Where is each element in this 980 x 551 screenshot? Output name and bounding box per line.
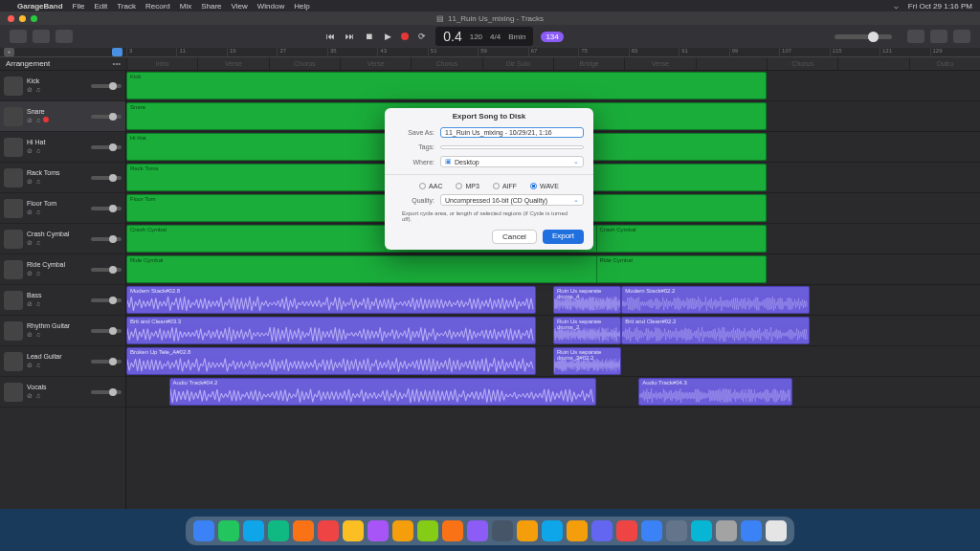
- arrangement-marker[interactable]: [696, 57, 767, 70]
- volume-slider[interactable]: [91, 84, 122, 88]
- dock-app[interactable]: [666, 520, 687, 541]
- arrangement-marker[interactable]: Gtr Solo: [482, 57, 553, 70]
- app-menu[interactable]: GarageBand: [17, 2, 63, 11]
- volume-slider[interactable]: [91, 329, 122, 333]
- track-header[interactable]: Snare ⊘♫: [0, 101, 125, 132]
- dock-app[interactable]: [741, 520, 762, 541]
- mute-button[interactable]: ⊘: [27, 270, 33, 277]
- quicklook-button[interactable]: [33, 30, 50, 43]
- track-lane[interactable]: Brit and Clean#03.3Ruin Us separate drum…: [126, 316, 980, 346]
- wifi-icon[interactable]: ⌵: [894, 2, 899, 11]
- volume-slider[interactable]: [91, 298, 122, 302]
- loops-button[interactable]: [930, 30, 947, 43]
- mute-button[interactable]: ⊘: [27, 331, 33, 339]
- stop-button[interactable]: ⏹: [363, 31, 374, 42]
- file-menu[interactable]: File: [73, 2, 85, 11]
- record-button[interactable]: [401, 33, 409, 40]
- close-button[interactable]: [8, 15, 14, 22]
- dock-app[interactable]: [716, 520, 737, 541]
- volume-slider[interactable]: [91, 360, 122, 364]
- where-select[interactable]: ▣Desktop⌄: [440, 156, 584, 167]
- track-header[interactable]: Bass ⊘♫: [0, 285, 125, 316]
- volume-slider[interactable]: [91, 145, 122, 149]
- library-button[interactable]: [10, 30, 27, 43]
- dock-app[interactable]: [193, 520, 214, 541]
- solo-button[interactable]: ♫: [35, 209, 40, 216]
- dock-app[interactable]: [641, 520, 662, 541]
- tags-input[interactable]: [440, 145, 584, 149]
- master-volume[interactable]: [835, 34, 892, 39]
- dock-app[interactable]: [691, 520, 712, 541]
- audio-region[interactable]: Ruin Us separate drums_3#02.2: [553, 347, 621, 375]
- playhead-catch[interactable]: [112, 48, 122, 56]
- midi-region[interactable]: Crash Cymbal: [596, 225, 767, 253]
- track-header[interactable]: Vocals ⊘♫: [0, 377, 125, 408]
- help-menu[interactable]: Help: [294, 2, 309, 11]
- track-lane[interactable]: Audio Track#04.2Audio Track#04.3: [126, 377, 980, 408]
- zoom-button[interactable]: [31, 15, 37, 22]
- track-header[interactable]: Hi Hat ⊘♫: [0, 132, 125, 163]
- midi-region[interactable]: Ride Cymbal: [596, 255, 767, 283]
- audio-region[interactable]: Modern Stack#02.8: [126, 286, 536, 314]
- record-enable[interactable]: [43, 117, 49, 122]
- dock-app[interactable]: [542, 520, 563, 541]
- arrangement-marker[interactable]: Chorus: [411, 57, 481, 70]
- dock-app[interactable]: [567, 520, 588, 541]
- audio-region[interactable]: Ruin Us separate drums_4: [553, 286, 621, 314]
- track-header[interactable]: Lead Guitar ⊘♫: [0, 346, 125, 377]
- volume-slider[interactable]: [91, 390, 122, 394]
- arrangement-marker[interactable]: Verse: [340, 57, 411, 70]
- timeline-ruler[interactable]: + 3111927354351596775839199107115121129: [0, 48, 980, 57]
- track-header[interactable]: Crash Cymbal ⊘♫: [0, 224, 125, 254]
- format-radio-mp3[interactable]: MP3: [456, 183, 479, 189]
- audio-region[interactable]: Brit and Clean#02.2: [621, 317, 809, 344]
- dock-app[interactable]: [293, 520, 314, 541]
- arrangement-marker[interactable]: Outro: [909, 57, 980, 70]
- format-radio-aac[interactable]: AAC: [419, 183, 442, 189]
- arrangement-marker[interactable]: Verse: [624, 57, 695, 70]
- audio-region[interactable]: Modern Stack#02.2: [621, 286, 809, 314]
- track-lane[interactable]: Modern Stack#02.8Ruin Us separate drums_…: [126, 285, 980, 316]
- arrangement-marker[interactable]: Bridge: [553, 57, 624, 70]
- mute-button[interactable]: ⊘: [27, 147, 33, 155]
- audio-region[interactable]: Ruin Us separate drums_2: [553, 317, 621, 344]
- mute-button[interactable]: ⊘: [27, 300, 33, 308]
- track-header[interactable]: Rack Toms ⊘♫: [0, 163, 125, 193]
- dock-app[interactable]: [467, 520, 488, 541]
- solo-button[interactable]: ♫: [35, 392, 40, 400]
- track-header[interactable]: Ride Cymbal ⊘♫: [0, 254, 125, 285]
- mute-button[interactable]: ⊘: [27, 86, 33, 94]
- volume-slider[interactable]: [91, 268, 122, 272]
- add-track-button[interactable]: +: [4, 48, 14, 56]
- notepad-button[interactable]: [907, 30, 924, 43]
- solo-button[interactable]: ♫: [35, 331, 40, 339]
- mute-button[interactable]: ⊘: [27, 209, 33, 216]
- dock-app[interactable]: [343, 520, 364, 541]
- record-menu[interactable]: Record: [145, 2, 170, 11]
- dock-app[interactable]: [392, 520, 413, 541]
- solo-button[interactable]: ♫: [35, 239, 40, 247]
- volume-slider[interactable]: [91, 207, 122, 210]
- solo-button[interactable]: ♫: [35, 270, 40, 277]
- mix-menu[interactable]: Mix: [180, 2, 191, 11]
- play-button[interactable]: ▶: [382, 31, 393, 42]
- arrangement-marker[interactable]: Chorus: [269, 57, 340, 70]
- audio-region[interactable]: Broken Up Tele_A#02.8: [126, 347, 536, 375]
- forward-button[interactable]: ⏭: [344, 31, 355, 42]
- dock-app[interactable]: [218, 520, 239, 541]
- share-menu[interactable]: Share: [201, 2, 221, 11]
- add-marker-button[interactable]: •••: [113, 59, 121, 68]
- edit-menu[interactable]: Edit: [94, 2, 107, 11]
- minimize-button[interactable]: [19, 15, 26, 22]
- track-lane[interactable]: Broken Up Tele_A#02.8Ruin Us separate dr…: [126, 346, 980, 377]
- track-lane[interactable]: Kick: [126, 71, 980, 101]
- track-header[interactable]: Floor Tom ⊘♫: [0, 193, 125, 224]
- media-button[interactable]: [953, 30, 970, 43]
- solo-button[interactable]: ♫: [35, 300, 40, 308]
- dock-app[interactable]: [318, 520, 339, 541]
- mute-button[interactable]: ⊘: [27, 117, 33, 124]
- arrangement-marker[interactable]: [837, 57, 908, 70]
- track-header[interactable]: Kick ⊘♫: [0, 71, 125, 101]
- dock-app[interactable]: [517, 520, 538, 541]
- volume-slider[interactable]: [91, 237, 122, 241]
